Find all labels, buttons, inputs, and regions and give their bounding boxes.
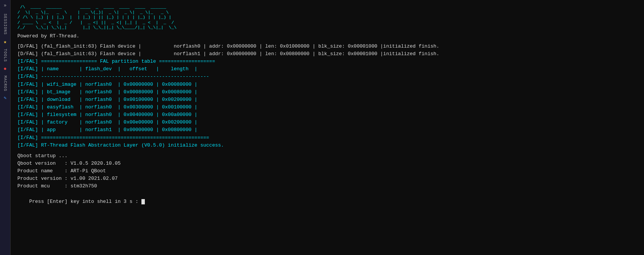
boot-line-3: Product version : v1.00 2021.02.07 (17, 175, 637, 182)
fal-line-13: [I/FAL] RT-Thread Flash Abstraction Laye… (17, 142, 637, 149)
fal-line-11: [I/FAL] | app | norflash1 | 0x00000000 |… (17, 126, 637, 134)
boot-line-4: Product mcu : stm32h750 (17, 182, 637, 190)
powered-by-text: Powered by RT-Thread. (17, 33, 637, 39)
boot-line-1: Qboot version : V1.0.5 2020.10.05 (17, 160, 637, 167)
sidebar-sessions-label[interactable]: Sessions (3, 12, 7, 36)
sidebar: » Sessions ★ Tools ● Macros ✎ (0, 0, 11, 255)
fal-line-0: [D/FAL] (fal_flash_init:63) Flash device… (17, 43, 637, 50)
prompt-line[interactable]: Press [Enter] key into shell in 3 s : (17, 190, 637, 213)
art-logo: /\ ____ ______ ____ _ ____ ____ ____ ___… (17, 5, 637, 30)
star-icon[interactable]: ★ (3, 39, 6, 45)
fal-line-9: [I/FAL] | filesystem | norflash0 | 0x004… (17, 111, 637, 119)
boot-line-0: Qboot startup ... (17, 152, 637, 160)
chevron-icon[interactable]: » (4, 3, 6, 8)
fal-line-1: [D/FAL] (fal_flash_init:63) Flash device… (17, 50, 637, 58)
fal-line-12: [I/FAL] ================================… (17, 134, 637, 142)
fal-line-2: [I/FAL] =================== FAL partitio… (17, 58, 637, 65)
terminal-output[interactable]: /\ ____ ______ ____ _ ____ ____ ____ ___… (11, 0, 644, 255)
logo-container: /\ ____ ______ ____ _ ____ ____ ____ ___… (17, 5, 637, 30)
fal-line-10: [I/FAL] | factory | norflash0 | 0x00e000… (17, 119, 637, 126)
sidebar-macros-label[interactable]: Macros (3, 74, 7, 93)
fal-output: [D/FAL] (fal_flash_init:63) Flash device… (17, 43, 637, 149)
cursor (141, 199, 145, 204)
fal-line-4: [I/FAL] --------------------------------… (17, 73, 637, 80)
fal-line-7: [I/FAL] | download | norflash0 | 0x00100… (17, 96, 637, 104)
sidebar-tools-label[interactable]: Tools (3, 47, 7, 63)
pencil-icon[interactable]: ✎ (4, 95, 6, 101)
fal-line-6: [I/FAL] | bt_image | norflash0 | 0x00080… (17, 88, 637, 96)
dot-icon: ● (3, 66, 6, 72)
boot-line-2: Product name : ART-Pi QBoot (17, 167, 637, 175)
fal-line-8: [I/FAL] | easyflash | norflash0 | 0x0030… (17, 104, 637, 111)
boot-output: Qboot startup ... Qboot version : V1.0.5… (17, 152, 637, 190)
fal-line-5: [I/FAL] | wifi_image | norflash0 | 0x000… (17, 81, 637, 88)
fal-line-3: [I/FAL] | name | flash_dev | offset | le… (17, 65, 637, 73)
